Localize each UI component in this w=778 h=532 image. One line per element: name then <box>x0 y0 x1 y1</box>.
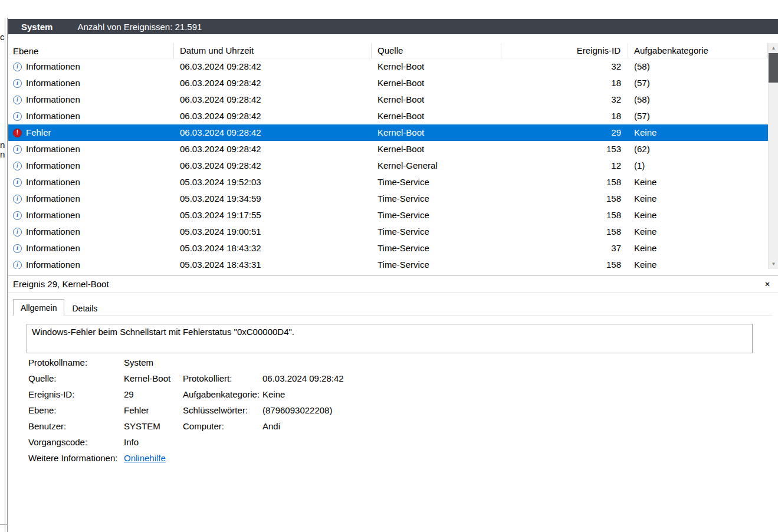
source-cell: Kernel-General <box>372 157 501 174</box>
level-cell: Informationen <box>8 224 174 240</box>
tab-page-border <box>12 315 772 316</box>
event-row[interactable]: Informationen 05.03.2024 18:43:32 Time-S… <box>8 240 768 257</box>
source-cell: Time-Service <box>372 257 501 269</box>
category-cell: (62) <box>628 141 768 157</box>
level-cell: Informationen <box>8 75 174 91</box>
level-text: Informationen <box>26 207 80 224</box>
detail-pane-header: Ereignis 29, Kernel-Boot ✕ <box>8 275 778 293</box>
pane-splitter[interactable] <box>7 18 8 532</box>
field-value: 29 <box>124 386 134 402</box>
event-id-cell: 37 <box>501 240 628 257</box>
tab-details[interactable]: Details <box>65 301 104 316</box>
list-title-bar: System Anzahl von Ereignissen: 21.591 <box>8 19 778 34</box>
source-cell: Time-Service <box>372 207 501 224</box>
event-row[interactable]: Informationen 06.03.2024 09:28:42 Kernel… <box>8 141 768 157</box>
scroll-down-icon[interactable]: ▼ <box>769 259 778 269</box>
field-value: System <box>124 354 153 370</box>
level-cell: Informationen <box>8 58 174 75</box>
field-label: Protokollname: <box>28 354 124 370</box>
event-message[interactable]: Windows-Fehler beim Schnellstart mit Feh… <box>27 324 753 353</box>
field-label: Ebene: <box>28 402 124 418</box>
event-id-cell: 153 <box>501 141 628 157</box>
info-icon <box>13 112 22 121</box>
event-row[interactable]: Informationen 05.03.2024 19:52:03 Time-S… <box>8 174 768 191</box>
source-cell: Time-Service <box>372 174 501 191</box>
detail-fields-right: Protokolliert: 06.03.2024 09:28:42 Aufga… <box>183 370 344 434</box>
online-help-link[interactable]: Onlinehilfe <box>124 450 166 466</box>
datetime-cell: 05.03.2024 18:43:32 <box>174 240 372 257</box>
level-text: Informationen <box>26 75 80 91</box>
event-row[interactable]: Informationen 05.03.2024 19:00:51 Time-S… <box>8 224 768 240</box>
event-row[interactable]: Informationen 06.03.2024 09:28:42 Kernel… <box>8 75 768 91</box>
info-icon <box>13 211 22 220</box>
field-value: SYSTEM <box>124 418 160 434</box>
scrollbar-thumb[interactable] <box>769 53 778 83</box>
event-row[interactable]: Informationen 06.03.2024 09:28:42 Kernel… <box>8 58 768 75</box>
event-row[interactable]: Informationen 05.03.2024 18:43:31 Time-S… <box>8 257 768 269</box>
column-header-datum[interactable]: Datum und Uhrzeit <box>174 43 372 58</box>
datetime-cell: 06.03.2024 09:28:42 <box>174 141 372 157</box>
level-cell: Informationen <box>8 191 174 207</box>
pane-splitter[interactable] <box>5 18 5 532</box>
source-cell: Kernel-Boot <box>372 108 501 124</box>
event-id-cell: 158 <box>501 191 628 207</box>
column-header-quelle[interactable]: Quelle <box>372 43 501 58</box>
level-cell: Informationen <box>8 257 174 269</box>
level-text: Informationen <box>26 224 80 240</box>
table-header: Ebene Datum und Uhrzeit Quelle Ereignis-… <box>8 43 768 58</box>
event-id-cell: 18 <box>501 75 628 91</box>
level-text: Fehler <box>26 124 51 141</box>
event-row[interactable]: Informationen 05.03.2024 19:34:59 Time-S… <box>8 191 768 207</box>
field-value: (8796093022208) <box>262 402 332 418</box>
level-text: Informationen <box>26 191 80 207</box>
datetime-cell: 05.03.2024 19:52:03 <box>174 174 372 191</box>
field-label: Quelle: <box>28 370 124 386</box>
event-row[interactable]: Fehler 06.03.2024 09:28:42 Kernel-Boot 2… <box>8 124 768 141</box>
event-row[interactable]: Informationen 06.03.2024 09:28:42 Kernel… <box>8 108 768 124</box>
info-icon <box>13 261 22 270</box>
detail-tabs: Allgemein Details <box>13 298 105 316</box>
level-cell: Informationen <box>8 108 174 124</box>
field-label: Aufgabenkategorie: <box>183 386 262 402</box>
field-value: Andi <box>262 418 280 434</box>
category-cell: Keine <box>628 240 768 257</box>
event-id-cell: 12 <box>501 157 628 174</box>
datetime-cell: 05.03.2024 19:17:55 <box>174 207 372 224</box>
info-icon <box>13 162 22 170</box>
event-row[interactable]: Informationen 06.03.2024 09:28:42 Kernel… <box>8 91 768 108</box>
left-panel-fragment: ch <box>0 32 5 42</box>
datetime-cell: 06.03.2024 09:28:42 <box>174 108 372 124</box>
level-cell: Informationen <box>8 174 174 191</box>
category-cell: (1) <box>628 157 768 174</box>
event-row[interactable]: Informationen 05.03.2024 19:17:55 Time-S… <box>8 207 768 224</box>
column-header-aufgabenkategorie[interactable]: Aufgabenkategorie <box>628 43 768 58</box>
level-text: Informationen <box>26 108 80 124</box>
info-icon <box>13 244 22 253</box>
field-value: Keine <box>262 386 285 402</box>
close-icon[interactable]: ✕ <box>763 280 772 289</box>
vertical-scrollbar[interactable]: ▲ ▼ <box>768 43 778 269</box>
category-cell: Keine <box>628 224 768 240</box>
left-panel-fragment: ns <box>0 149 5 160</box>
level-cell: Fehler <box>8 124 174 141</box>
event-row[interactable]: Informationen 06.03.2024 09:28:42 Kernel… <box>8 157 768 174</box>
event-rows: Informationen 06.03.2024 09:28:42 Kernel… <box>8 58 768 269</box>
field-label: Weitere Informationen: <box>28 450 124 466</box>
column-header-ereignis-id[interactable]: Ereignis-ID <box>501 43 628 58</box>
column-header-ebene[interactable]: Ebene <box>8 43 174 58</box>
datetime-cell: 05.03.2024 19:00:51 <box>174 224 372 240</box>
info-icon <box>13 79 22 88</box>
category-cell: Keine <box>628 174 768 191</box>
info-icon <box>13 228 22 237</box>
event-id-cell: 158 <box>501 207 628 224</box>
event-id-cell: 32 <box>501 91 628 108</box>
scroll-up-icon[interactable]: ▲ <box>769 43 778 53</box>
tab-allgemein[interactable]: Allgemein <box>13 299 64 316</box>
field-label: Schlüsselwörter: <box>183 402 262 418</box>
level-text: Informationen <box>26 174 80 191</box>
datetime-cell: 06.03.2024 09:28:42 <box>174 157 372 174</box>
info-icon <box>13 63 22 71</box>
source-cell: Time-Service <box>372 224 501 240</box>
source-cell: Kernel-Boot <box>372 75 501 91</box>
datetime-cell: 06.03.2024 09:28:42 <box>174 91 372 108</box>
